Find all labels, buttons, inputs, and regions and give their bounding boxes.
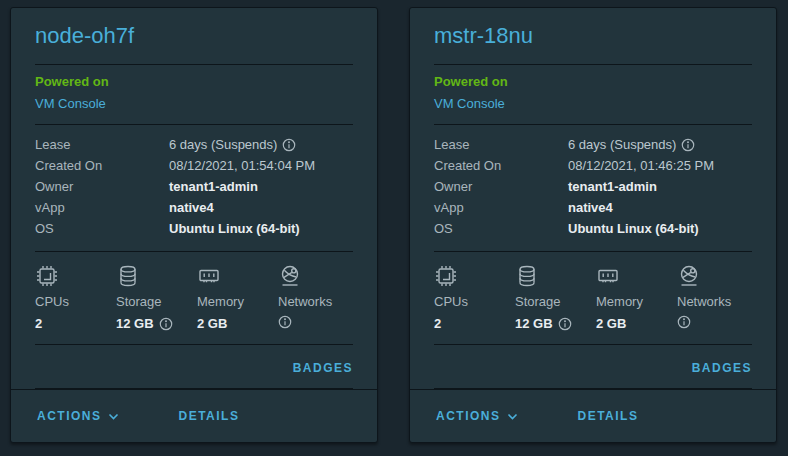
detail-row-os: OS Ubuntu Linux (64-bit) bbox=[35, 218, 353, 239]
detail-row-os: OS Ubuntu Linux (64-bit) bbox=[434, 218, 752, 239]
resource-label: CPUs bbox=[35, 293, 116, 310]
networks-icon bbox=[677, 264, 701, 288]
resource-networks: Networks bbox=[677, 261, 758, 333]
detail-value: Ubuntu Linux (64-bit) bbox=[169, 221, 300, 236]
detail-value: 08/12/2021, 01:54:04 PM bbox=[169, 158, 315, 173]
detail-value: native4 bbox=[568, 200, 613, 215]
detail-value: 6 days (Suspends) bbox=[568, 137, 695, 152]
detail-label: Created On bbox=[35, 158, 169, 173]
chevron-down-icon bbox=[108, 411, 119, 422]
detail-label: vApp bbox=[35, 200, 169, 215]
details-button[interactable]: DETAILS bbox=[179, 409, 240, 423]
badges-button[interactable]: BADGES bbox=[293, 361, 353, 375]
vm-console-link[interactable]: VM Console bbox=[434, 94, 505, 113]
resource-memory: Memory 2 GB bbox=[197, 261, 278, 333]
resource-label: CPUs bbox=[434, 293, 515, 310]
power-status-badge: Powered on bbox=[434, 73, 752, 91]
vm-card-mstr-18nu: mstr-18nu Powered on VM Console Lease 6 … bbox=[409, 7, 777, 443]
actions-dropdown-button[interactable]: ACTIONS bbox=[436, 409, 518, 423]
resource-storage: Storage 12 GB bbox=[515, 261, 596, 333]
vm-resources: CPUs 2 Storage 12 GB Memory 2 GB Network… bbox=[35, 252, 353, 345]
vm-title[interactable]: node-oh7f bbox=[35, 22, 353, 50]
chevron-down-icon bbox=[507, 411, 518, 422]
resource-value bbox=[677, 315, 758, 329]
storage-icon bbox=[116, 264, 140, 288]
detail-value: 6 days (Suspends) bbox=[169, 137, 296, 152]
detail-row-lease: Lease 6 days (Suspends) bbox=[35, 134, 353, 155]
detail-label: OS bbox=[35, 221, 169, 236]
resource-cpus: CPUs 2 bbox=[35, 261, 116, 333]
detail-row-vapp: vApp native4 bbox=[35, 197, 353, 218]
resource-value: 2 GB bbox=[197, 315, 278, 333]
detail-label: Lease bbox=[434, 137, 568, 152]
resource-storage: Storage 12 GB bbox=[116, 261, 197, 333]
resource-value: 12 GB bbox=[116, 315, 197, 333]
vm-title[interactable]: mstr-18nu bbox=[434, 22, 752, 50]
vm-details-list: Lease 6 days (Suspends) Created On 08/12… bbox=[35, 125, 353, 252]
detail-label: Owner bbox=[35, 179, 169, 194]
detail-value: tenant1-admin bbox=[169, 179, 258, 194]
cpu-icon bbox=[35, 264, 59, 288]
detail-value: tenant1-admin bbox=[568, 179, 657, 194]
vm-resources: CPUs 2 Storage 12 GB Memory 2 GB Network… bbox=[434, 252, 752, 345]
card-footer: ACTIONS DETAILS bbox=[410, 389, 776, 442]
vm-card-node-oh7f: node-oh7f Powered on VM Console Lease 6 … bbox=[10, 7, 378, 443]
resource-value: 2 bbox=[35, 315, 116, 333]
detail-label: Lease bbox=[35, 137, 169, 152]
detail-value: native4 bbox=[169, 200, 214, 215]
vm-console-link[interactable]: VM Console bbox=[35, 94, 106, 113]
resource-label: Networks bbox=[677, 293, 758, 310]
resource-label: Memory bbox=[197, 293, 278, 310]
resource-networks: Networks bbox=[278, 261, 359, 333]
detail-row-vapp: vApp native4 bbox=[434, 197, 752, 218]
resource-cpus: CPUs 2 bbox=[434, 261, 515, 333]
detail-row-owner: Owner tenant1-admin bbox=[35, 176, 353, 197]
detail-row-lease: Lease 6 days (Suspends) bbox=[434, 134, 752, 155]
detail-value: Ubuntu Linux (64-bit) bbox=[568, 221, 699, 236]
resource-memory: Memory 2 GB bbox=[596, 261, 677, 333]
detail-row-owner: Owner tenant1-admin bbox=[434, 176, 752, 197]
info-icon[interactable] bbox=[681, 138, 695, 152]
vm-details-list: Lease 6 days (Suspends) Created On 08/12… bbox=[434, 125, 752, 252]
details-button[interactable]: DETAILS bbox=[578, 409, 639, 423]
power-status-badge: Powered on bbox=[35, 73, 353, 91]
detail-label: vApp bbox=[434, 200, 568, 215]
resource-value: 2 GB bbox=[596, 315, 677, 333]
detail-label: Owner bbox=[434, 179, 568, 194]
info-icon[interactable] bbox=[677, 315, 691, 329]
resource-label: Memory bbox=[596, 293, 677, 310]
resource-value: 12 GB bbox=[515, 315, 596, 333]
detail-value: 08/12/2021, 01:46:25 PM bbox=[568, 158, 714, 173]
resource-label: Storage bbox=[116, 293, 197, 310]
info-icon[interactable] bbox=[282, 138, 296, 152]
resource-value bbox=[278, 315, 359, 329]
resource-label: Storage bbox=[515, 293, 596, 310]
actions-dropdown-button[interactable]: ACTIONS bbox=[37, 409, 119, 423]
detail-row-created-on: Created On 08/12/2021, 01:46:25 PM bbox=[434, 155, 752, 176]
detail-row-created-on: Created On 08/12/2021, 01:54:04 PM bbox=[35, 155, 353, 176]
badges-button[interactable]: BADGES bbox=[692, 361, 752, 375]
memory-icon bbox=[197, 264, 221, 288]
vm-cards-row: node-oh7f Powered on VM Console Lease 6 … bbox=[0, 0, 788, 443]
networks-icon bbox=[278, 264, 302, 288]
storage-icon bbox=[515, 264, 539, 288]
info-icon[interactable] bbox=[278, 315, 292, 329]
info-icon[interactable] bbox=[558, 317, 572, 331]
info-icon[interactable] bbox=[159, 317, 173, 331]
card-footer: ACTIONS DETAILS bbox=[11, 389, 377, 442]
detail-label: Created On bbox=[434, 158, 568, 173]
resource-label: Networks bbox=[278, 293, 359, 310]
memory-icon bbox=[596, 264, 620, 288]
detail-label: OS bbox=[434, 221, 568, 236]
resource-value: 2 bbox=[434, 315, 515, 333]
cpu-icon bbox=[434, 264, 458, 288]
